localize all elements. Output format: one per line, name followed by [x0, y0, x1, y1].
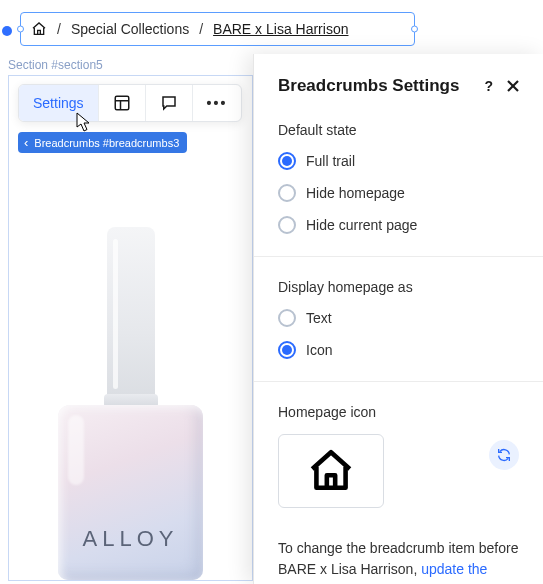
radio-icon	[278, 184, 296, 202]
svg-rect-0	[115, 96, 129, 110]
comment-button[interactable]	[146, 85, 193, 121]
group-title-default-state: Default state	[278, 122, 521, 138]
option-label: Icon	[306, 342, 332, 358]
comment-icon	[160, 94, 178, 112]
option-label: Text	[306, 310, 332, 326]
selection-anchor-dot	[2, 26, 12, 36]
layout-button[interactable]	[99, 85, 146, 121]
product-bottle: ALLOY	[58, 227, 203, 580]
option-full-trail[interactable]: Full trail	[278, 152, 521, 170]
settings-button-label: Settings	[33, 95, 84, 111]
settings-panel: Breadcrumbs Settings ? Default state Ful…	[253, 54, 543, 584]
help-icon[interactable]: ?	[484, 78, 493, 94]
breadcrumb-item-0[interactable]: Special Collections	[71, 21, 189, 37]
option-text[interactable]: Text	[278, 309, 521, 327]
panel-header: Breadcrumbs Settings ?	[278, 76, 521, 96]
breadcrumb-element[interactable]: / Special Collections / BARE x Lisa Harr…	[20, 12, 415, 46]
option-icon[interactable]: Icon	[278, 341, 521, 359]
radio-icon	[278, 309, 296, 327]
replace-icon-button[interactable]	[489, 440, 519, 470]
home-icon[interactable]	[31, 21, 47, 37]
section-label: Section #section5	[8, 58, 103, 72]
help-text: To change the breadcrumb item before BAR…	[278, 538, 521, 584]
option-label: Full trail	[306, 153, 355, 169]
radio-icon	[278, 216, 296, 234]
layout-icon	[113, 94, 131, 112]
more-button[interactable]: •••	[193, 85, 242, 121]
group-display-homepage: Display homepage as Text Icon	[278, 279, 521, 359]
product-area: ALLOY	[9, 156, 252, 580]
resize-handle-right[interactable]	[411, 26, 418, 33]
option-label: Hide current page	[306, 217, 417, 233]
radio-icon	[278, 152, 296, 170]
close-icon[interactable]	[505, 78, 521, 94]
element-tag-label: Breadcrumbs #breadcrumbs3	[34, 137, 179, 149]
product-brand-text: ALLOY	[83, 526, 179, 552]
option-hide-current-page[interactable]: Hide current page	[278, 216, 521, 234]
panel-title: Breadcrumbs Settings	[278, 76, 459, 96]
element-tag[interactable]: Breadcrumbs #breadcrumbs3	[18, 132, 187, 153]
homepage-icon-preview[interactable]	[278, 434, 384, 508]
group-homepage-icon: Homepage icon	[278, 404, 521, 508]
group-title-homepage-icon: Homepage icon	[278, 404, 521, 420]
breadcrumb-separator: /	[199, 21, 203, 37]
divider	[254, 381, 543, 382]
more-icon: •••	[207, 95, 228, 111]
element-toolbar: Settings •••	[18, 84, 242, 122]
radio-icon	[278, 341, 296, 359]
bottle-body: ALLOY	[58, 405, 203, 580]
option-hide-homepage[interactable]: Hide homepage	[278, 184, 521, 202]
breadcrumb-item-current[interactable]: BARE x Lisa Harrison	[213, 21, 348, 37]
option-label: Hide homepage	[306, 185, 405, 201]
settings-button[interactable]: Settings	[19, 85, 99, 121]
breadcrumb-separator: /	[57, 21, 61, 37]
divider	[254, 256, 543, 257]
resize-handle-left[interactable]	[17, 26, 24, 33]
group-title-display-homepage: Display homepage as	[278, 279, 521, 295]
bottle-cap	[107, 227, 155, 403]
group-default-state: Default state Full trail Hide homepage H…	[278, 122, 521, 234]
